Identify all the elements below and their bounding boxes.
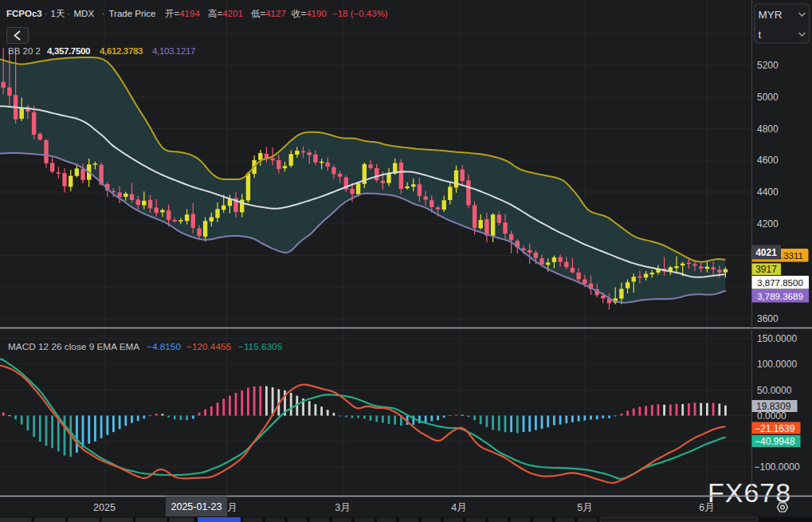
svg-text:MACD 12 26 close 9 EMA EMA: MACD 12 26 close 9 EMA EMA: [8, 341, 139, 352]
svg-text:1天: 1天: [51, 9, 65, 18]
svg-text:·: ·: [102, 9, 105, 18]
svg-text:3,877.8500: 3,877.8500: [757, 278, 803, 288]
svg-text:−40.9948: −40.9948: [755, 436, 795, 447]
svg-text:BB 20 2: BB 20 2: [8, 46, 41, 56]
svg-text:收=4190: 收=4190: [292, 9, 327, 18]
svg-text:MDX: MDX: [74, 9, 95, 18]
svg-text:高=4201: 高=4201: [208, 9, 243, 18]
svg-text:MYR: MYR: [759, 9, 783, 21]
svg-text:3917: 3917: [755, 264, 777, 275]
svg-text:−120.4455: −120.4455: [186, 341, 232, 352]
svg-text:4,357.7500: 4,357.7500: [47, 46, 90, 56]
svg-text:4400: 4400: [757, 186, 779, 198]
svg-text:4,612.3783: 4,612.3783: [100, 46, 143, 56]
svg-text:4月: 4月: [451, 502, 466, 513]
svg-text:Trade Price: Trade Price: [109, 9, 156, 18]
svg-text:4021: 4021: [755, 247, 777, 258]
svg-text:3,789.3689: 3,789.3689: [757, 292, 803, 301]
svg-text:6月: 6月: [699, 502, 714, 513]
svg-text:4200: 4200: [757, 218, 779, 230]
svg-text:开=4194: 开=4194: [165, 9, 200, 18]
svg-text:2025-01-23: 2025-01-23: [171, 501, 222, 512]
svg-text:4600: 4600: [757, 155, 779, 166]
svg-text:3600: 3600: [757, 313, 779, 324]
svg-text:FCPOc3: FCPOc3: [6, 9, 42, 18]
svg-text:5000: 5000: [757, 92, 779, 103]
svg-text:t: t: [759, 29, 762, 41]
svg-text:−115.6305: −115.6305: [238, 341, 283, 352]
svg-text:.3311: .3311: [781, 251, 803, 261]
svg-text:·: ·: [45, 9, 48, 18]
svg-text:100.0000: 100.0000: [757, 359, 797, 370]
svg-text:4800: 4800: [757, 124, 779, 135]
svg-text:150.0000: 150.0000: [757, 333, 797, 344]
svg-text:−100.0000: −100.0000: [755, 461, 800, 473]
svg-text:50.0000: 50.0000: [757, 385, 792, 396]
svg-text:5200: 5200: [757, 60, 779, 71]
svg-text:5月: 5月: [577, 502, 592, 513]
svg-text:低=4127: 低=4127: [251, 9, 286, 18]
svg-text:4,103.1217: 4,103.1217: [152, 46, 195, 56]
svg-text:−21.1639: −21.1639: [755, 423, 795, 434]
svg-text:·: ·: [67, 9, 70, 18]
svg-text:3月: 3月: [335, 502, 350, 513]
svg-text:2025: 2025: [93, 502, 116, 513]
svg-text:FX678: FX678: [708, 477, 791, 508]
svg-text:−18 (−0.43%): −18 (−0.43%): [332, 9, 388, 18]
svg-text:−4.8150: −4.8150: [147, 341, 181, 352]
svg-text:19.8309: 19.8309: [756, 401, 791, 412]
